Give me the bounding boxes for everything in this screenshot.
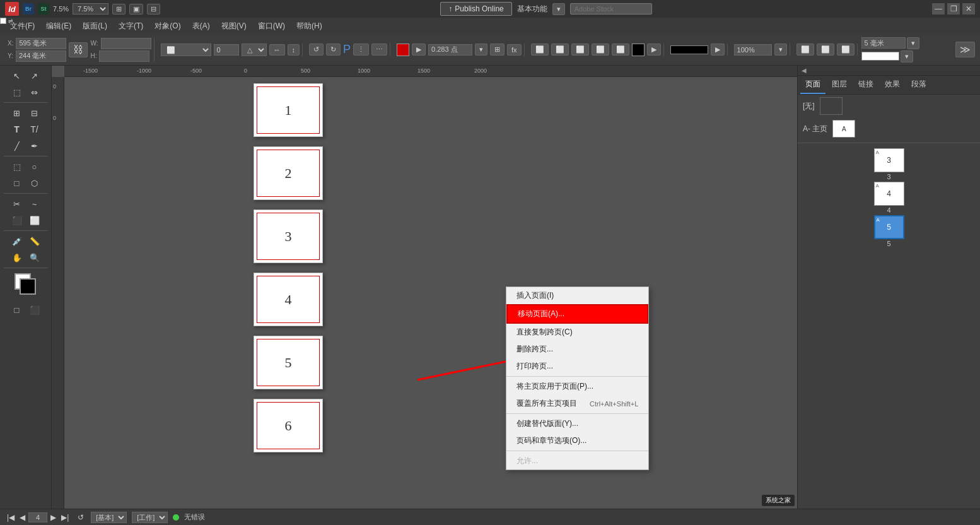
ctx-dup-spread[interactable]: 直接复制跨页(C)	[506, 324, 648, 341]
align-ext-btn1[interactable]: ⬜	[796, 44, 814, 56]
gradient-tool[interactable]: ⬛	[9, 213, 25, 228]
content-collector[interactable]: ⊞	[9, 105, 25, 121]
ctx-alt-layout[interactable]: 创建替代版面(Y)...	[506, 415, 648, 432]
ctx-page-numbering[interactable]: 页码和章节选项(O)...	[506, 432, 648, 449]
type-tool[interactable]: T	[9, 122, 25, 137]
page-tool[interactable]: ⬚	[9, 85, 25, 100]
panel-collapse-arrow[interactable]: ◀	[800, 67, 808, 74]
stroke-color-arrow[interactable]: ▶	[647, 44, 661, 56]
direct-select-tool[interactable]: ↗	[26, 68, 43, 83]
size-input[interactable]	[861, 37, 906, 49]
color-bar-arrow[interactable]: ▾	[901, 50, 913, 62]
scissors-tool[interactable]: ✂	[9, 196, 25, 211]
w-input[interactable]	[101, 38, 151, 49]
page-thumb-5[interactable]: A 5	[874, 215, 904, 239]
align-top-btn[interactable]: ⬜	[592, 44, 609, 56]
align-center-btn[interactable]: ⬜	[551, 44, 569, 56]
bridge-icon[interactable]: Br	[23, 3, 34, 15]
type-path-tool[interactable]: T/	[26, 122, 43, 137]
polygon-tool[interactable]: ⬡	[26, 175, 43, 191]
rect-tool[interactable]: □	[9, 175, 25, 191]
publish-online-button[interactable]: ↑ Publish Online	[440, 2, 511, 16]
zoom-tool[interactable]: 🔍	[26, 250, 43, 265]
distribute-btn[interactable]: ⋯	[371, 44, 387, 56]
first-page-btn[interactable]: |◀	[5, 513, 16, 522]
page-num-input[interactable]	[28, 512, 47, 522]
tab-links[interactable]: 链接	[853, 76, 878, 94]
rotate-cw-btn[interactable]: ↻	[326, 44, 341, 56]
swap-colors[interactable]: ⇌	[8, 18, 14, 24]
rotate-input[interactable]	[214, 44, 239, 56]
ellipse-frame-tool[interactable]: ○	[26, 159, 43, 174]
normal-view[interactable]: □	[9, 302, 25, 317]
gradient-feather[interactable]: ⬜	[26, 213, 43, 228]
ctx-del-spread[interactable]: 删除跨页...	[506, 341, 648, 358]
content-placer[interactable]: ⊟	[26, 105, 43, 121]
last-page-btn[interactable]: ▶|	[59, 513, 71, 522]
preview-view[interactable]: ⬛	[26, 302, 43, 317]
prev-page-btn[interactable]: ◀	[18, 513, 27, 522]
next-page-btn[interactable]: ▶	[49, 513, 58, 522]
flip-v-btn[interactable]: ↕	[288, 44, 300, 56]
hand-tool[interactable]: ✋	[9, 250, 25, 265]
rotate-ccw-btn[interactable]: ↺	[309, 44, 324, 56]
align-ext-btn3[interactable]: ⬜	[837, 44, 855, 56]
measure-tool[interactable]: 📏	[26, 233, 43, 249]
opacity-arrow[interactable]: ▾	[774, 44, 787, 56]
ctx-allow[interactable]: 允许...	[506, 452, 648, 469]
ref-point-select[interactable]: ⬜	[161, 44, 211, 56]
workspace-dropdown-btn[interactable]: ▾	[552, 3, 565, 15]
align-left-btn[interactable]: ⬜	[531, 44, 549, 56]
ctx-print-spread[interactable]: 打印跨页...	[506, 358, 648, 375]
ctx-override-master[interactable]: 覆盖所有主页项目 Ctrl+Alt+Shift+L	[506, 395, 648, 412]
menu-item-4[interactable]: 对象(O)	[149, 19, 185, 33]
ctx-insert-page[interactable]: 插入页面(I)	[506, 287, 648, 304]
close-button[interactable]: ✕	[962, 3, 975, 15]
h-input[interactable]	[99, 50, 149, 62]
align-right-btn[interactable]: ⬜	[571, 44, 589, 56]
tab-layers[interactable]: 图层	[827, 76, 852, 94]
tab-pages[interactable]: 页面	[800, 76, 825, 94]
stroke-arrow-btn[interactable]: ▶	[412, 44, 426, 56]
menu-item-6[interactable]: 视图(V)	[216, 19, 252, 33]
layout-btn1[interactable]: ⊞	[112, 4, 125, 15]
master-thumb[interactable]: A	[832, 120, 855, 138]
fill-color[interactable]	[397, 44, 409, 56]
stroke-swatch[interactable]	[20, 278, 36, 295]
pen-tool[interactable]: ✒	[26, 138, 43, 153]
base-select[interactable]: [基本]	[91, 512, 127, 523]
line-tool[interactable]: ╱	[9, 138, 25, 153]
menu-item-3[interactable]: 文字(T)	[114, 19, 148, 33]
default-bw[interactable]	[0, 18, 6, 24]
align-ext-btn2[interactable]: ⬜	[817, 44, 834, 56]
eyedropper-tool[interactable]: 💉	[9, 233, 25, 249]
work-select[interactable]: [工作]	[132, 512, 168, 523]
rect-frame-tool[interactable]: ⬚	[9, 159, 25, 174]
menu-item-8[interactable]: 帮助(H)	[291, 19, 327, 33]
menu-item-1[interactable]: 编辑(E)	[41, 19, 76, 33]
menu-item-7[interactable]: 窗口(W)	[253, 19, 290, 33]
layout-btn3[interactable]: ⊟	[147, 4, 160, 15]
constrain-btn[interactable]: ⛓	[69, 42, 88, 57]
menu-item-2[interactable]: 版面(L)	[78, 19, 112, 33]
opacity-input[interactable]	[734, 44, 772, 56]
size-arrow[interactable]: ▾	[907, 37, 919, 49]
page-thumb-3[interactable]: A 3	[874, 148, 904, 172]
x-input[interactable]	[16, 38, 66, 49]
stock-icon[interactable]: St	[38, 3, 49, 15]
minimize-button[interactable]: —	[932, 3, 945, 15]
flip-h-btn[interactable]: ↔	[269, 44, 285, 56]
adobe-stock-search[interactable]	[570, 3, 652, 15]
ctx-apply-master[interactable]: 将主页应用于页面(P)...	[506, 378, 648, 395]
fx-btn[interactable]: fx	[507, 44, 522, 56]
ctx-move-page[interactable]: 移动页面(A)...	[506, 304, 648, 324]
menu-item-5[interactable]: 表(A)	[187, 19, 215, 33]
layout-btn2[interactable]: ▣	[129, 4, 143, 15]
stroke-preview-arrow[interactable]: ▶	[711, 44, 725, 56]
page-thumb-4[interactable]: A 4	[874, 182, 904, 206]
collapse-toolbar-btn[interactable]: ≫	[955, 42, 975, 57]
stroke-opt-btn[interactable]: ⊞	[490, 44, 505, 56]
align-btn[interactable]: ⋮	[353, 44, 369, 56]
rotate-select[interactable]: △	[242, 44, 267, 56]
select-tool[interactable]: ↖	[9, 68, 25, 83]
